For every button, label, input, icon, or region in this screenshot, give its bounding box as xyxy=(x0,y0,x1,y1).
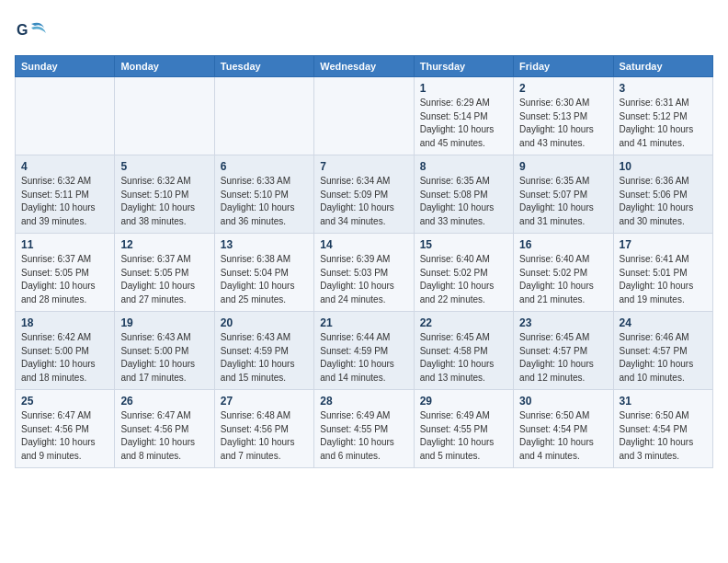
day-info: Sunrise: 6:38 AM Sunset: 5:04 PM Dayligh… xyxy=(221,253,308,306)
calendar-cell: 15Sunrise: 6:40 AM Sunset: 5:02 PM Dayli… xyxy=(414,234,513,312)
header-row: SundayMondayTuesdayWednesdayThursdayFrid… xyxy=(16,56,713,77)
day-number: 4 xyxy=(21,160,108,173)
week-row-4: 18Sunrise: 6:42 AM Sunset: 5:00 PM Dayli… xyxy=(16,312,713,390)
day-number: 13 xyxy=(221,238,308,251)
calendar-cell: 25Sunrise: 6:47 AM Sunset: 4:56 PM Dayli… xyxy=(16,390,115,468)
week-row-2: 4Sunrise: 6:32 AM Sunset: 5:11 PM Daylig… xyxy=(16,155,713,234)
week-row-1: 1Sunrise: 6:29 AM Sunset: 5:14 PM Daylig… xyxy=(16,77,713,155)
day-info: Sunrise: 6:35 AM Sunset: 5:08 PM Dayligh… xyxy=(420,175,507,228)
day-info: Sunrise: 6:49 AM Sunset: 4:55 PM Dayligh… xyxy=(320,409,407,463)
calendar-cell xyxy=(115,77,214,155)
day-info: Sunrise: 6:43 AM Sunset: 4:59 PM Dayligh… xyxy=(221,331,308,385)
day-number: 11 xyxy=(21,238,108,251)
header-friday: Friday xyxy=(514,56,613,77)
calendar-cell: 17Sunrise: 6:41 AM Sunset: 5:01 PM Dayli… xyxy=(613,234,712,312)
day-info: Sunrise: 6:44 AM Sunset: 4:59 PM Dayligh… xyxy=(320,331,407,385)
day-info: Sunrise: 6:32 AM Sunset: 5:11 PM Dayligh… xyxy=(21,175,108,228)
calendar-cell: 10Sunrise: 6:36 AM Sunset: 5:06 PM Dayli… xyxy=(613,155,712,234)
header-tuesday: Tuesday xyxy=(214,56,313,77)
day-info: Sunrise: 6:37 AM Sunset: 5:05 PM Dayligh… xyxy=(21,253,108,306)
day-info: Sunrise: 6:50 AM Sunset: 4:54 PM Dayligh… xyxy=(620,409,707,463)
calendar-cell: 1Sunrise: 6:29 AM Sunset: 5:14 PM Daylig… xyxy=(414,77,513,155)
day-info: Sunrise: 6:33 AM Sunset: 5:10 PM Dayligh… xyxy=(221,175,308,228)
day-info: Sunrise: 6:42 AM Sunset: 5:00 PM Dayligh… xyxy=(21,331,108,385)
calendar-cell: 8Sunrise: 6:35 AM Sunset: 5:08 PM Daylig… xyxy=(414,155,513,234)
calendar-cell: 13Sunrise: 6:38 AM Sunset: 5:04 PM Dayli… xyxy=(214,234,313,312)
calendar-cell: 14Sunrise: 6:39 AM Sunset: 5:03 PM Dayli… xyxy=(314,234,414,312)
header-saturday: Saturday xyxy=(613,56,712,77)
day-info: Sunrise: 6:36 AM Sunset: 5:06 PM Dayligh… xyxy=(620,175,707,228)
logo-icon: G xyxy=(15,15,48,48)
day-info: Sunrise: 6:45 AM Sunset: 4:57 PM Dayligh… xyxy=(519,331,607,385)
day-info: Sunrise: 6:39 AM Sunset: 5:03 PM Dayligh… xyxy=(320,253,407,306)
calendar-cell xyxy=(16,77,115,155)
day-info: Sunrise: 6:34 AM Sunset: 5:09 PM Dayligh… xyxy=(320,175,407,228)
day-number: 1 xyxy=(420,82,507,95)
day-number: 27 xyxy=(221,395,308,408)
day-number: 21 xyxy=(320,316,407,329)
calendar-cell: 30Sunrise: 6:50 AM Sunset: 4:54 PM Dayli… xyxy=(514,390,613,468)
day-number: 14 xyxy=(320,238,407,251)
calendar-cell: 21Sunrise: 6:44 AM Sunset: 4:59 PM Dayli… xyxy=(314,312,414,390)
day-info: Sunrise: 6:40 AM Sunset: 5:02 PM Dayligh… xyxy=(420,253,507,306)
calendar-cell: 12Sunrise: 6:37 AM Sunset: 5:05 PM Dayli… xyxy=(115,234,214,312)
day-number: 8 xyxy=(420,160,507,173)
calendar-cell: 20Sunrise: 6:43 AM Sunset: 4:59 PM Dayli… xyxy=(214,312,313,390)
calendar-cell: 5Sunrise: 6:32 AM Sunset: 5:10 PM Daylig… xyxy=(115,155,214,234)
day-info: Sunrise: 6:47 AM Sunset: 4:56 PM Dayligh… xyxy=(120,409,208,463)
day-info: Sunrise: 6:49 AM Sunset: 4:55 PM Dayligh… xyxy=(420,409,507,463)
day-info: Sunrise: 6:32 AM Sunset: 5:10 PM Dayligh… xyxy=(120,175,208,228)
day-info: Sunrise: 6:35 AM Sunset: 5:07 PM Dayligh… xyxy=(519,175,607,228)
day-number: 5 xyxy=(120,160,208,173)
day-number: 17 xyxy=(620,238,707,251)
day-number: 23 xyxy=(519,316,607,329)
week-row-5: 25Sunrise: 6:47 AM Sunset: 4:56 PM Dayli… xyxy=(16,390,713,468)
day-number: 22 xyxy=(420,316,507,329)
calendar-cell xyxy=(214,77,313,155)
day-number: 31 xyxy=(620,395,707,408)
calendar-cell: 6Sunrise: 6:33 AM Sunset: 5:10 PM Daylig… xyxy=(214,155,313,234)
calendar-cell: 4Sunrise: 6:32 AM Sunset: 5:11 PM Daylig… xyxy=(16,155,115,234)
calendar-cell: 2Sunrise: 6:30 AM Sunset: 5:13 PM Daylig… xyxy=(514,77,613,155)
day-number: 16 xyxy=(519,238,607,251)
day-number: 25 xyxy=(21,395,108,408)
week-row-3: 11Sunrise: 6:37 AM Sunset: 5:05 PM Dayli… xyxy=(16,234,713,312)
calendar-cell: 9Sunrise: 6:35 AM Sunset: 5:07 PM Daylig… xyxy=(514,155,613,234)
calendar-cell: 27Sunrise: 6:48 AM Sunset: 4:56 PM Dayli… xyxy=(214,390,313,468)
header-wednesday: Wednesday xyxy=(314,56,414,77)
calendar-table: SundayMondayTuesdayWednesdayThursdayFrid… xyxy=(15,55,713,468)
header-sunday: Sunday xyxy=(16,56,115,77)
day-number: 18 xyxy=(21,316,108,329)
day-info: Sunrise: 6:43 AM Sunset: 5:00 PM Dayligh… xyxy=(120,331,208,385)
day-info: Sunrise: 6:30 AM Sunset: 5:13 PM Dayligh… xyxy=(519,97,607,150)
calendar-cell: 23Sunrise: 6:45 AM Sunset: 4:57 PM Dayli… xyxy=(514,312,613,390)
calendar-cell: 7Sunrise: 6:34 AM Sunset: 5:09 PM Daylig… xyxy=(314,155,414,234)
day-number: 10 xyxy=(620,160,707,173)
calendar-cell: 29Sunrise: 6:49 AM Sunset: 4:55 PM Dayli… xyxy=(414,390,513,468)
svg-text:G: G xyxy=(17,22,28,38)
day-number: 2 xyxy=(519,82,607,95)
calendar-cell: 26Sunrise: 6:47 AM Sunset: 4:56 PM Dayli… xyxy=(115,390,214,468)
day-info: Sunrise: 6:48 AM Sunset: 4:56 PM Dayligh… xyxy=(221,409,308,463)
day-info: Sunrise: 6:40 AM Sunset: 5:02 PM Dayligh… xyxy=(519,253,607,306)
calendar-cell: 31Sunrise: 6:50 AM Sunset: 4:54 PM Dayli… xyxy=(613,390,712,468)
day-info: Sunrise: 6:31 AM Sunset: 5:12 PM Dayligh… xyxy=(620,97,707,150)
day-info: Sunrise: 6:37 AM Sunset: 5:05 PM Dayligh… xyxy=(120,253,208,306)
header-monday: Monday xyxy=(115,56,214,77)
day-info: Sunrise: 6:29 AM Sunset: 5:14 PM Dayligh… xyxy=(420,97,507,150)
day-info: Sunrise: 6:50 AM Sunset: 4:54 PM Dayligh… xyxy=(519,409,607,463)
day-number: 12 xyxy=(120,238,208,251)
day-number: 9 xyxy=(519,160,607,173)
calendar-cell: 19Sunrise: 6:43 AM Sunset: 5:00 PM Dayli… xyxy=(115,312,214,390)
day-info: Sunrise: 6:41 AM Sunset: 5:01 PM Dayligh… xyxy=(620,253,707,306)
calendar-cell: 22Sunrise: 6:45 AM Sunset: 4:58 PM Dayli… xyxy=(414,312,513,390)
day-info: Sunrise: 6:46 AM Sunset: 4:57 PM Dayligh… xyxy=(620,331,707,385)
calendar-cell: 3Sunrise: 6:31 AM Sunset: 5:12 PM Daylig… xyxy=(613,77,712,155)
day-number: 15 xyxy=(420,238,507,251)
day-number: 30 xyxy=(519,395,607,408)
day-number: 29 xyxy=(420,395,507,408)
page-header: G xyxy=(15,15,713,48)
calendar-cell: 16Sunrise: 6:40 AM Sunset: 5:02 PM Dayli… xyxy=(514,234,613,312)
calendar-cell: 24Sunrise: 6:46 AM Sunset: 4:57 PM Dayli… xyxy=(613,312,712,390)
day-number: 3 xyxy=(620,82,707,95)
